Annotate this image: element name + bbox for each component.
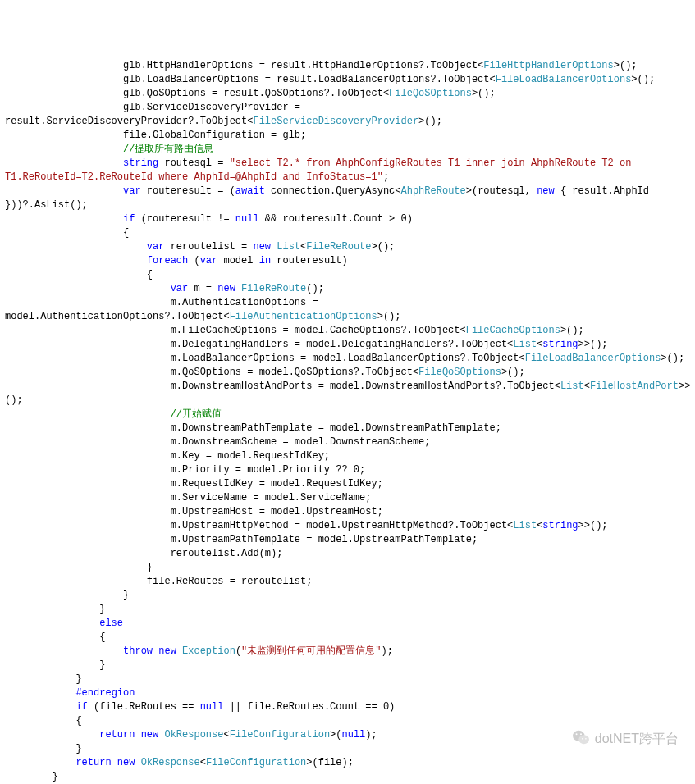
svg-point-3 xyxy=(580,733,582,735)
code-token: var xyxy=(123,185,141,197)
code-line: m.DownstreamHostAndPorts = model.Downstr… xyxy=(5,380,690,394)
code-token: new xyxy=(117,757,135,768)
code-line: { xyxy=(5,226,690,240)
code-token: List xyxy=(513,520,537,531)
code-line: } xyxy=(5,561,690,575)
code-token: new xyxy=(158,645,176,657)
code-token: "select T2.* from AhphConfigReRoutes T1 … xyxy=(230,157,638,169)
code-token: FileLoadBalancerOptions xyxy=(496,74,632,85)
code-token: Exception xyxy=(182,645,235,657)
code-line: m.DelegatingHandlers = model.DelegatingH… xyxy=(5,338,690,352)
code-token: FileQoSOptions xyxy=(418,367,501,378)
code-line: }))?.AsList(); xyxy=(5,198,690,212)
code-line: } xyxy=(5,672,690,686)
code-token: null xyxy=(235,213,259,225)
code-token: FileHttpHandlerOptions xyxy=(483,60,613,71)
code-line: if (file.ReRoutes == null || file.ReRout… xyxy=(5,700,690,714)
code-line: glb.HttpHandlerOptions = result.HttpHand… xyxy=(5,59,690,73)
code-line: else xyxy=(5,617,690,631)
code-token: FileHostAndPort xyxy=(590,381,679,392)
code-line: m.UpstreamPathTemplate = model.UpstreamP… xyxy=(5,533,690,547)
code-line: m.Priority = model.Priority ?? 0; xyxy=(5,463,690,477)
code-token: string xyxy=(542,339,578,350)
code-token: AhphReRoute xyxy=(401,185,466,197)
code-token: string xyxy=(123,157,158,169)
svg-point-4 xyxy=(582,738,583,740)
code-token: null xyxy=(342,729,366,741)
code-token: await xyxy=(235,185,265,197)
code-token: in xyxy=(259,255,271,267)
code-token: null xyxy=(200,701,224,713)
code-line: T1.ReRouteId=T2.ReRouteId where AhphId=@… xyxy=(5,171,690,185)
code-line: m.UpstreamHttpMethod = model.UpstreamHtt… xyxy=(5,519,690,533)
code-token: var xyxy=(171,283,189,294)
code-line: } xyxy=(5,589,690,603)
code-token: FileCacheOptions xyxy=(466,325,560,336)
code-token: OkResponse xyxy=(141,757,200,768)
code-line: reroutelist.Add(m); xyxy=(5,547,690,561)
code-line: (); xyxy=(5,394,690,408)
code-token: foreach xyxy=(147,255,188,267)
code-token: else xyxy=(99,618,123,629)
code-token: OkResponse xyxy=(164,729,223,741)
code-token: List xyxy=(277,241,300,253)
code-line: glb.ServiceDiscoveryProvider = xyxy=(5,101,690,115)
code-token: var xyxy=(147,241,165,253)
code-line: //开始赋值 xyxy=(5,408,690,422)
code-line: glb.LoadBalancerOptions = result.LoadBal… xyxy=(5,73,690,87)
code-token: T1.ReRouteId=T2.ReRouteId where AhphId=@… xyxy=(5,171,383,183)
code-line: m.FileCacheOptions = model.CacheOptions?… xyxy=(5,324,690,338)
code-line: m.DownstreamScheme = model.DownstreamSch… xyxy=(5,435,690,449)
svg-point-5 xyxy=(585,738,587,740)
code-line: } xyxy=(5,659,690,672)
code-token: new xyxy=(537,185,555,197)
code-line: m.RequestIdKey = model.RequestIdKey; xyxy=(5,477,690,491)
code-line: string routesql = "select T2.* from Ahph… xyxy=(5,157,690,171)
code-token: FileReRoute xyxy=(306,241,371,253)
code-line: file.GlobalConfiguration = glb; xyxy=(5,129,690,143)
svg-point-2 xyxy=(575,733,577,735)
code-line: m.DownstreamPathTemplate = model.Downstr… xyxy=(5,422,690,435)
code-token: List xyxy=(560,381,584,392)
svg-point-1 xyxy=(578,735,589,744)
code-line: #endregion xyxy=(5,686,690,700)
code-line: { xyxy=(5,631,690,645)
code-line: throw new Exception("未监测到任何可用的配置信息"); xyxy=(5,645,690,659)
code-token: //提取所有路由信息 xyxy=(123,144,213,155)
code-token: List xyxy=(513,339,537,350)
code-token: FileConfiguration xyxy=(206,757,306,768)
code-line: } xyxy=(5,770,690,784)
code-line: foreach (var model in routeresult) xyxy=(5,254,690,268)
code-line: //提取所有路由信息 xyxy=(5,143,690,157)
code-token: FileServiceDiscoveryProvider xyxy=(253,116,418,127)
code-token: new xyxy=(253,241,271,253)
code-token: FileLoadBalancerOptions xyxy=(525,353,661,364)
code-line: model.AuthenticationOptions?.ToObject<Fi… xyxy=(5,310,690,324)
code-line: var routeresult = (await connection.Quer… xyxy=(5,185,690,198)
code-line: var m = new FileReRoute(); xyxy=(5,282,690,296)
code-token: FileConfiguration xyxy=(230,729,330,741)
code-line: if (routeresult != null && routeresult.C… xyxy=(5,212,690,226)
code-line: } xyxy=(5,603,690,617)
code-token: new xyxy=(217,283,235,294)
code-token: FileAuthenticationOptions xyxy=(230,311,377,322)
code-line: var reroutelist = new List<FileReRoute>(… xyxy=(5,240,690,254)
wechat-icon xyxy=(554,715,590,761)
watermark: dotNET跨平台 xyxy=(554,715,679,761)
code-line: glb.QoSOptions = result.QoSOptions?.ToOb… xyxy=(5,87,690,101)
code-token: return xyxy=(99,729,135,741)
code-token: new xyxy=(141,729,159,741)
code-token: return xyxy=(75,757,111,768)
code-line: file.ReRoutes = reroutelist; xyxy=(5,575,690,589)
code-token: //开始赋值 xyxy=(171,408,222,420)
code-token: throw xyxy=(123,645,153,657)
watermark-text: dotNET跨平台 xyxy=(595,732,679,745)
code-line: m.UpstreamHost = model.UpstreamHost; xyxy=(5,505,690,519)
code-line: m.Key = model.RequestIdKey; xyxy=(5,449,690,463)
code-line: m.QoSOptions = model.QoSOptions?.ToObjec… xyxy=(5,366,690,380)
code-token: FileReRoute xyxy=(241,283,306,294)
code-token: if xyxy=(123,213,135,225)
code-token: FileQoSOptions xyxy=(389,88,472,99)
code-block: glb.HttpHandlerOptions = result.HttpHand… xyxy=(5,59,690,784)
code-line: m.AuthenticationOptions = xyxy=(5,296,690,310)
